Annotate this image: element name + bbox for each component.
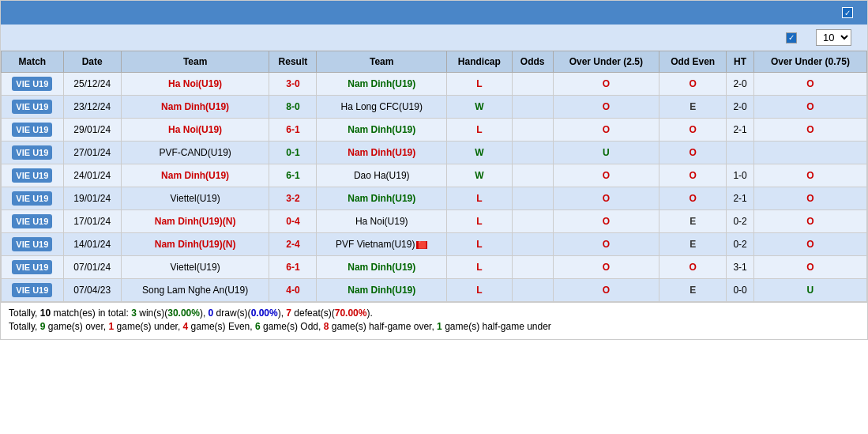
match-badge-cell: VIE U19 [2, 279, 64, 302]
team2-name: Nam Dinh(U19) [317, 187, 447, 210]
over-under-075: O [753, 210, 866, 233]
ht-score [727, 142, 754, 164]
match-date: 19/01/24 [63, 187, 121, 210]
over-under-25: O [553, 73, 659, 96]
footer-line2: Totally, 9 game(s) over, 1 game(s) under… [9, 321, 859, 332]
handicap [512, 164, 553, 187]
col-ht: HT [727, 51, 754, 73]
team1-name: Viettel(U19) [121, 256, 269, 279]
handicap [512, 73, 553, 96]
match-badge: VIE U19 [12, 214, 52, 228]
ht-score: 2-1 [727, 187, 754, 210]
match-date: 24/01/24 [63, 164, 121, 187]
team2-name: Nam Dinh(U19) [317, 279, 447, 302]
match-badge: VIE U19 [12, 100, 52, 114]
match-result: 6-1 [269, 119, 317, 142]
match-badge: VIE U19 [12, 145, 52, 160]
handicap [512, 210, 553, 233]
match-date: 29/01/24 [63, 119, 121, 142]
over-under-075: O [753, 119, 866, 142]
table-row: VIE U1927/01/24PVF-CAND(U19)0-1Nam Dinh(… [2, 142, 867, 164]
scores-table: Match Date Team Result Team Handicap Odd… [1, 51, 867, 302]
hg-under: 1 [437, 321, 442, 332]
wins-pct: 30.00% [167, 308, 200, 319]
match-date: 25/12/24 [63, 73, 121, 96]
team1-name: Ha Noi(U19) [121, 73, 269, 96]
team1-name: Nam Dinh(U19) [121, 164, 269, 187]
team2-name: PVF Vietnam(U19)🟥 [317, 233, 447, 256]
ht-score: 3-1 [727, 256, 754, 279]
handicap [512, 187, 553, 210]
footer-line1: Totally, 10 match(es) in total: 3 win(s)… [9, 308, 859, 319]
display-notes-checkbox[interactable] [842, 7, 853, 18]
win-loss: W [447, 96, 513, 119]
defeats-pct: 70.00% [335, 308, 367, 319]
match-date: 14/01/24 [63, 233, 121, 256]
over-under-25: O [553, 210, 659, 233]
table-row: VIE U1919/01/24Viettel(U19)3-2Nam Dinh(U… [2, 187, 867, 210]
table-row: VIE U1907/04/23Song Lam Nghe An(U19)4-0N… [2, 279, 867, 302]
last-games-select[interactable]: 10 5 15 20 All [816, 29, 851, 46]
match-result: 3-0 [269, 73, 317, 96]
odd-even: E [659, 279, 727, 302]
table-row: VIE U1914/01/24Nam Dinh(U19)(N)2-4PVF Vi… [2, 233, 867, 256]
match-result: 0-4 [269, 210, 317, 233]
match-badge: VIE U19 [12, 191, 52, 206]
vie-u19-checkbox[interactable] [786, 32, 797, 43]
match-result: 6-1 [269, 256, 317, 279]
filter-bar: 10 5 15 20 All [1, 25, 867, 51]
match-result: 4-0 [269, 279, 317, 302]
team2-name: Ha Noi(U19) [317, 210, 447, 233]
over-under-25: O [553, 233, 659, 256]
total-matches: 10 [40, 308, 51, 319]
team2-name: Nam Dinh(U19) [317, 119, 447, 142]
over-under-075: O [753, 164, 866, 187]
ht-score: 0-2 [727, 210, 754, 233]
col-match: Match [2, 51, 64, 73]
games-odd: 6 [255, 321, 261, 332]
table-row: VIE U1929/01/24Ha Noi(U19)6-1Nam Dinh(U1… [2, 119, 867, 142]
match-badge-cell: VIE U19 [2, 119, 64, 142]
team1-name: Nam Dinh(U19)(N) [121, 210, 269, 233]
col-handicap: Handicap [447, 51, 513, 73]
odd-even: O [659, 187, 727, 210]
team2-name: Ha Long CFC(U19) [317, 96, 447, 119]
match-badge-cell: VIE U19 [2, 73, 64, 96]
match-badge: VIE U19 [12, 260, 52, 274]
team1-name: Ha Noi(U19) [121, 119, 269, 142]
match-date: 07/04/23 [63, 279, 121, 302]
match-badge: VIE U19 [12, 283, 52, 297]
match-date: 17/01/24 [63, 210, 121, 233]
win-loss: L [447, 233, 513, 256]
ht-score: 2-0 [727, 96, 754, 119]
win-loss: L [447, 73, 513, 96]
match-badge-cell: VIE U19 [2, 96, 64, 119]
win-loss: L [447, 256, 513, 279]
odd-even: O [659, 256, 727, 279]
match-result: 3-2 [269, 187, 317, 210]
over-under-25: O [553, 119, 659, 142]
win-loss: L [447, 187, 513, 210]
ht-score: 0-0 [727, 279, 754, 302]
games-under: 1 [109, 321, 115, 332]
odd-even: E [659, 96, 727, 119]
odd-even: O [659, 164, 727, 187]
over-under-25: O [553, 164, 659, 187]
hg-over: 8 [324, 321, 329, 332]
col-odds: Odds [512, 51, 553, 73]
match-date: 07/01/24 [63, 256, 121, 279]
over-under-075: O [753, 96, 866, 119]
team1-name: Song Lam Nghe An(U19) [121, 279, 269, 302]
odd-even: O [659, 119, 727, 142]
handicap [512, 256, 553, 279]
win-loss: L [447, 279, 513, 302]
footer: Totally, 10 match(es) in total: 3 win(s)… [1, 302, 867, 339]
red-card-icon: 🟥 [416, 241, 427, 249]
odd-even: O [659, 142, 727, 164]
table-row: VIE U1917/01/24Nam Dinh(U19)(N)0-4Ha Noi… [2, 210, 867, 233]
match-badge-cell: VIE U19 [2, 187, 64, 210]
table-row: VIE U1925/12/24Ha Noi(U19)3-0Nam Dinh(U1… [2, 73, 867, 96]
odd-even: O [659, 73, 727, 96]
total-wins: 3 [131, 308, 137, 319]
match-result: 0-1 [269, 142, 317, 164]
